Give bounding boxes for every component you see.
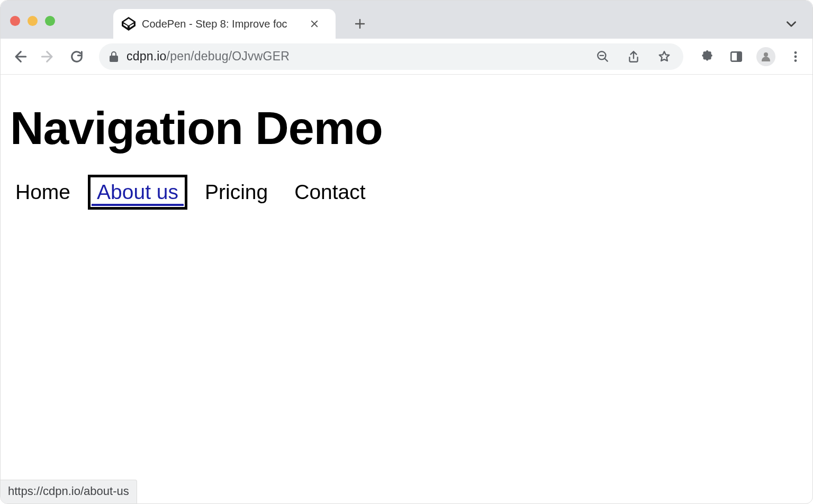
omnibox-actions [593, 47, 674, 66]
url-host: cdpn.io [127, 49, 167, 63]
zoom-out-icon[interactable] [593, 47, 612, 66]
svg-point-5 [794, 55, 797, 58]
minimize-window-button[interactable] [28, 16, 38, 26]
nav-link-pricing[interactable]: Pricing [200, 178, 273, 206]
svg-rect-2 [737, 52, 742, 61]
demo-nav: Home About us Pricing Contact [10, 178, 803, 206]
tabs-overflow-button[interactable] [780, 12, 803, 35]
back-button[interactable] [8, 45, 31, 68]
page-title: Navigation Demo [10, 101, 803, 155]
url-text: cdpn.io/pen/debug/OJvwGER [127, 49, 290, 64]
svg-point-6 [794, 59, 797, 62]
status-bar: https://cdpn.io/about-us [1, 480, 137, 503]
lock-icon [109, 51, 119, 62]
forward-button[interactable] [37, 45, 60, 68]
tab-title: CodePen - Step 8: Improve foc [142, 18, 301, 30]
window-controls [10, 16, 55, 26]
tab-strip: CodePen - Step 8: Improve foc [1, 1, 812, 39]
url-path: /pen/debug/OJvwGER [167, 49, 290, 63]
bookmark-star-icon[interactable] [655, 47, 674, 66]
codepen-icon [122, 17, 136, 31]
profile-avatar[interactable] [756, 47, 775, 66]
browser-toolbar: cdpn.io/pen/debug/OJvwGER [1, 39, 812, 75]
browser-tab[interactable]: CodePen - Step 8: Improve foc [113, 9, 336, 39]
browser-chrome: CodePen - Step 8: Improve foc cdpn [1, 1, 812, 75]
sidepanel-icon[interactable] [727, 47, 746, 66]
nav-link-contact[interactable]: Contact [289, 178, 371, 206]
toolbar-right [697, 47, 805, 66]
close-tab-button[interactable] [307, 16, 322, 31]
kebab-menu-icon[interactable] [786, 47, 805, 66]
reload-button[interactable] [65, 45, 88, 68]
nav-link-home[interactable]: Home [10, 178, 76, 206]
share-icon[interactable] [624, 47, 643, 66]
svg-point-3 [764, 52, 768, 57]
svg-point-4 [794, 51, 797, 54]
page-content: Navigation Demo Home About us Pricing Co… [1, 75, 812, 215]
fullscreen-window-button[interactable] [45, 16, 55, 26]
address-bar[interactable]: cdpn.io/pen/debug/OJvwGER [99, 43, 683, 70]
nav-link-about-us[interactable]: About us [92, 178, 184, 206]
close-window-button[interactable] [10, 16, 20, 26]
extensions-icon[interactable] [697, 47, 716, 66]
new-tab-button[interactable] [348, 12, 372, 35]
